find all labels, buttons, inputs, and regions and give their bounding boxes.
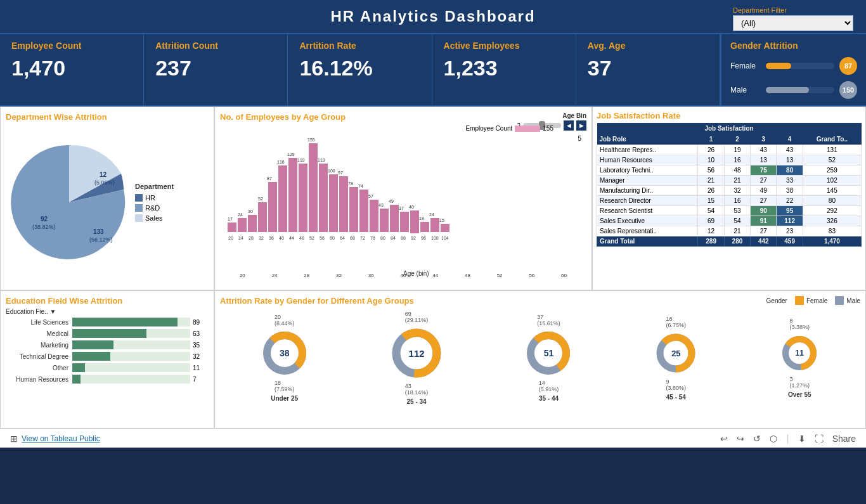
age-group-title: No. of Employees by Age Group [220, 112, 346, 122]
dept-attrition-title: Department Wise Attrition [6, 112, 209, 122]
gender-legend: Gender Female Male [766, 296, 860, 305]
svg-text:57: 57 [368, 194, 373, 198]
edu-bar-other: Other 11 [6, 363, 209, 372]
dept-filter-select[interactable]: (All) HR R&D Sales [733, 15, 853, 31]
th-job-role: Job Role [597, 134, 698, 145]
svg-text:92: 92 [41, 216, 48, 223]
age-bin-next[interactable]: ▶ [576, 120, 586, 131]
svg-rect-54 [390, 205, 399, 232]
svg-rect-33 [319, 164, 328, 232]
refresh-icon[interactable]: ↺ [753, 434, 761, 444]
redo-icon[interactable]: ↪ [737, 434, 744, 444]
svg-text:119: 119 [297, 158, 305, 162]
th-total: Grand To.. [803, 134, 861, 145]
svg-text:24: 24 [429, 212, 434, 217]
table-row: Research Scientist 54 53 90 95 292 [597, 206, 862, 216]
table-row: Manager 21 21 27 33 102 [597, 176, 862, 186]
kpi-attrition-rate: Arrtition Rate 16.12% [288, 34, 432, 105]
gender-male-circle: 150 [839, 81, 857, 99]
svg-rect-63 [420, 222, 429, 232]
svg-text:68: 68 [350, 236, 355, 240]
age-x-label: Age (bin) [403, 270, 429, 277]
age-bin-label: Age Bin [562, 112, 586, 119]
job-sat-table: Job Satisfaction Job Role 1 2 3 4 Grand … [597, 123, 862, 247]
svg-text:12: 12 [100, 171, 107, 178]
share-icon[interactable]: Share [832, 434, 856, 444]
th-1: 1 [698, 134, 724, 145]
grand-total-row: Grand Total 289 280 442 459 1,470 [597, 236, 862, 247]
table-row: Laboratory Techni.. 56 48 75 80 259 [597, 165, 862, 176]
footer: ⊞ View on Tableau Public ↩ ↪ ↺ ⬡ | ⬇ ⛶ S… [0, 429, 866, 448]
edu-bar-hr: Human Resources 7 [6, 375, 209, 384]
age-gender-title: Attrition Rate by Gender for Different A… [220, 296, 414, 306]
kpi-active-employees-label: Active Employees [444, 41, 564, 51]
svg-text:97: 97 [338, 171, 343, 175]
svg-text:48: 48 [299, 236, 304, 240]
undo-icon[interactable]: ↩ [720, 434, 728, 444]
svg-text:44: 44 [289, 236, 294, 240]
table-row: Research Director 15 16 27 22 80 [597, 196, 862, 206]
legend-hr: HR [145, 194, 155, 202]
donut-35-44: 37(15.61%) 51 14(5.91%) 35 - 44 [523, 314, 574, 402]
gender-female-bar [766, 63, 834, 69]
legend-max-value: 155 [543, 125, 553, 132]
dept-filter: Department Filter (All) HR R&D Sales [733, 6, 853, 31]
kpi-active-employees: Active Employees 1,233 [432, 34, 576, 105]
svg-text:155: 155 [307, 138, 315, 142]
svg-text:(5.06%): (5.06%) [94, 179, 115, 186]
svg-rect-36 [329, 174, 338, 232]
dept-pie-chart: 92 (38.82%) 12 (5.06%) 133 (56.12%) [6, 139, 132, 266]
gender-male-label: Male [730, 86, 761, 94]
svg-text:96: 96 [421, 236, 426, 240]
th-4: 4 [777, 134, 803, 145]
job-sat-title: Job Satisfaction Rate [597, 111, 862, 120]
edu-bar-marketing: Marketing 35 [6, 340, 209, 349]
fullscreen-icon[interactable]: ⛶ [815, 434, 824, 444]
svg-text:100: 100 [431, 236, 439, 240]
svg-text:80: 80 [380, 236, 385, 240]
kpi-avg-age-label: Avg. Age [588, 41, 708, 51]
age-gender-panel: Attrition Rate by Gender for Different A… [214, 290, 866, 429]
donut-over55: 8(3.38%) 11 3(1.27%) Over 55 [778, 318, 821, 398]
kpi-avg-age: Avg. Age 37 [576, 34, 720, 105]
dept-legend: Department HR R&D Sales [135, 183, 174, 222]
download-icon[interactable]: ⬇ [798, 434, 806, 444]
svg-rect-45 [359, 190, 368, 232]
kpi-attrition-count: Attrition Count 237 [144, 34, 288, 105]
kpi-employee-count: Employee Count 1,470 [0, 34, 144, 105]
svg-text:(38.82%): (38.82%) [32, 224, 56, 230]
donut-under25: 20(8.44%) 38 18(7.59%) Under 25 [259, 314, 310, 402]
svg-rect-69 [441, 224, 449, 232]
svg-text:37: 37 [399, 206, 404, 210]
job-sat-panel: Job Satisfaction Rate Job Satisfaction J… [592, 107, 866, 290]
dept-filter-label: Department Filter [733, 6, 853, 14]
edu-attrition-panel: Education Field Wise Attrition Education… [0, 290, 214, 429]
employee-count-legend: Employee Count 155 [465, 125, 553, 132]
tableau-link[interactable]: View on Tableau Public [22, 434, 100, 443]
tableau-icon: ⊞ [10, 434, 18, 444]
edu-bar-life-sciences: Life Sciences 89 [6, 318, 209, 326]
svg-text:74: 74 [358, 184, 363, 188]
svg-text:129: 129 [287, 152, 295, 157]
nav-icon[interactable]: ⬡ [770, 434, 777, 444]
gender-male-bar [766, 87, 834, 93]
svg-text:100: 100 [328, 169, 335, 173]
svg-text:43: 43 [378, 203, 384, 207]
age-bin-prev[interactable]: ◀ [564, 120, 574, 131]
svg-text:84: 84 [391, 236, 396, 240]
legend-rd: R&D [145, 204, 160, 212]
svg-text:20: 20 [228, 236, 233, 240]
kpi-attrition-count-value: 237 [155, 56, 276, 81]
svg-rect-9 [238, 218, 247, 232]
svg-text:88: 88 [401, 236, 406, 240]
svg-rect-24 [288, 158, 297, 232]
svg-text:24: 24 [238, 236, 243, 240]
svg-text:32: 32 [259, 236, 264, 240]
kpi-active-employees-value: 1,233 [444, 56, 564, 81]
donut-25-34: 69(29.11%) 112 43(18.14%) 25 - 34 [388, 311, 445, 405]
th-3: 3 [751, 134, 777, 145]
gender-male-row: Male 150 [730, 81, 857, 99]
svg-text:24: 24 [238, 212, 243, 217]
svg-text:49: 49 [389, 199, 394, 204]
svg-text:40: 40 [409, 205, 414, 209]
